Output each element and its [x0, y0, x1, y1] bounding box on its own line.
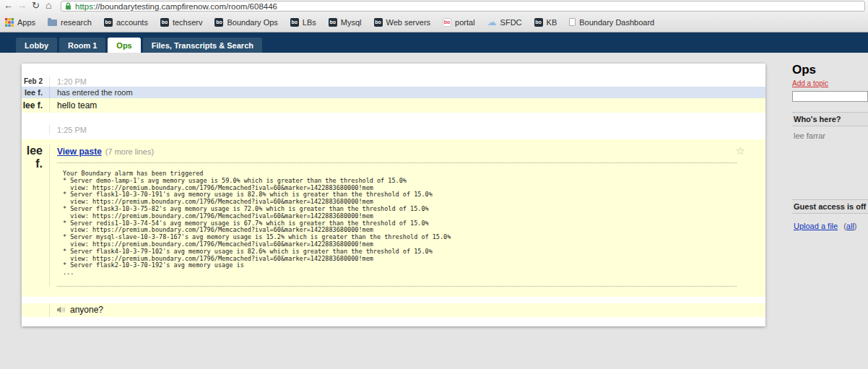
bookmark-label: SFDC [500, 18, 522, 27]
cloud-icon: ☁ [487, 18, 497, 27]
address-bar[interactable]: https://boundarytesting.campfirenow.com/… [61, 1, 865, 12]
bookmark-label: Web servers [386, 18, 431, 27]
bookmark-research[interactable]: research [48, 18, 92, 27]
star-icon[interactable]: ☆ [736, 144, 745, 157]
bookmark-label: Apps [17, 18, 35, 27]
bo-icon [374, 18, 383, 27]
bookmark-label: Boundary Ops [227, 18, 277, 27]
bookmark-label: portal [455, 18, 475, 27]
bo-icon [290, 18, 299, 27]
bo-icon [214, 18, 223, 27]
folder-icon [48, 19, 57, 26]
bookmark-web-servers[interactable]: Web servers [374, 18, 431, 27]
bookmark-boundary-dashboard[interactable]: Boundary Dashboard [569, 18, 654, 27]
home-icon[interactable]: ⌂ [45, 0, 51, 12]
speaker-name: lee f. [22, 144, 49, 287]
campfire-header: Lobby Room 1 Ops Files, Transcripts & Se… [0, 32, 868, 53]
message-text: anyone? [70, 303, 103, 317]
timestamp: 1:25 PM [49, 125, 765, 135]
spacer [22, 64, 765, 77]
apps-grid-icon [5, 18, 14, 27]
bookmark-lbs[interactable]: LBs [290, 18, 316, 27]
tab-ops[interactable]: Ops [108, 38, 140, 53]
all-files-link[interactable]: all [846, 222, 854, 230]
paste-body: Your Boundary alarm has been triggered *… [57, 162, 737, 287]
bookmark-label: LBs [303, 18, 316, 27]
message-text: hello team [49, 98, 765, 113]
date-label [22, 125, 49, 135]
bookmark-label: research [61, 18, 92, 27]
paste-content: View paste(7 more lines) ☆ Your Boundary… [49, 144, 765, 287]
date-label: Feb 2 [22, 77, 49, 87]
spacer [22, 297, 765, 303]
paste-text: Your Boundary alarm has been triggered *… [63, 170, 737, 277]
topic-input[interactable] [792, 91, 868, 102]
enter-room-text: has entered the room [49, 87, 765, 98]
bookmark-label: techserv [173, 18, 203, 27]
paste-more-lines: (7 more lines) [105, 147, 154, 156]
upload-file-link[interactable]: Upload a file [794, 222, 838, 230]
speaker-sound-icon[interactable] [57, 306, 66, 313]
bo-icon [534, 18, 543, 27]
chat-transcript-panel: Feb 2 1:20 PM lee f. has entered the roo… [22, 64, 765, 326]
bookmark-accounts[interactable]: accounts [104, 18, 148, 27]
guest-access-header: Guest access is off [792, 199, 868, 214]
timestamp: 1:20 PM [49, 77, 765, 87]
tab-lobby[interactable]: Lobby [16, 38, 57, 53]
bookmarks-bar: Apps research accounts techserv Boundary… [0, 12, 868, 32]
whos-here-header: Who's here? [792, 112, 868, 126]
speaker-name: lee f. [22, 98, 49, 113]
upload-row: Upload a file(all) [792, 222, 868, 230]
present-user: lee farrar [794, 131, 868, 140]
bo-icon [160, 18, 169, 27]
bookmark-sfdc[interactable]: ☁ SFDC [487, 18, 522, 27]
message-row: anyone? [22, 303, 765, 317]
browser-toolbar: ← → ↻ ⌂ https://boundarytesting.campfire… [0, 0, 868, 12]
bookmark-portal[interactable]: portal [443, 18, 475, 27]
back-icon[interactable]: ← [4, 0, 13, 12]
message-row: lee f. hello team [22, 98, 765, 113]
enter-room-row: lee f. has entered the room [22, 87, 765, 98]
bookmark-boundary-ops[interactable]: Boundary Ops [214, 18, 277, 27]
room-sidebar: Ops Add a topic Who's here? lee farrar G… [792, 64, 868, 230]
browser-chrome: ← → ↻ ⌂ https://boundarytesting.campfire… [0, 0, 868, 32]
https-lock-icon [65, 2, 71, 10]
speaker-name: lee f. [22, 87, 49, 98]
spacer [22, 113, 765, 125]
bookmark-kb[interactable]: KB [534, 18, 557, 27]
bookmark-techserv[interactable]: techserv [160, 18, 203, 27]
bookmark-label: Boundary Dashboard [579, 18, 654, 27]
reload-icon[interactable]: ↻ [32, 0, 40, 12]
room-title: Ops [792, 64, 868, 76]
url-text: ://boundarytesting.campfirenow.com/room/… [93, 2, 277, 11]
page-icon [569, 18, 576, 26]
view-paste-link[interactable]: View paste [57, 147, 102, 157]
bo-icon [104, 18, 113, 27]
tab-files-transcripts-search[interactable]: Files, Transcripts & Search [143, 38, 262, 53]
timestamp-row: 1:25 PM [22, 125, 765, 135]
timestamp-row: Feb 2 1:20 PM [22, 77, 765, 87]
speaker-name [22, 303, 49, 317]
message-content: anyone? [49, 303, 765, 317]
bookmark-mysql[interactable]: Mysql [329, 18, 362, 27]
room-tabs: Lobby Room 1 Ops Files, Transcripts & Se… [16, 38, 264, 53]
page-body: Feb 2 1:20 PM lee f. has entered the roo… [0, 53, 868, 369]
add-topic-link[interactable]: Add a topic [792, 79, 828, 87]
bookmark-label: accounts [116, 18, 148, 27]
bookmark-label: Mysql [341, 18, 362, 27]
paste-message-row: lee f. View paste(7 more lines) ☆ Your B… [22, 139, 765, 297]
bo-icon [329, 18, 337, 27]
url-scheme: https [75, 2, 93, 11]
bookmark-label: KB [547, 18, 557, 27]
tab-room-1[interactable]: Room 1 [59, 38, 105, 53]
paren: ) [854, 222, 857, 230]
forward-icon[interactable]: → [17, 0, 27, 12]
bookmark-apps[interactable]: Apps [5, 18, 35, 27]
bo-red-icon [443, 18, 451, 27]
